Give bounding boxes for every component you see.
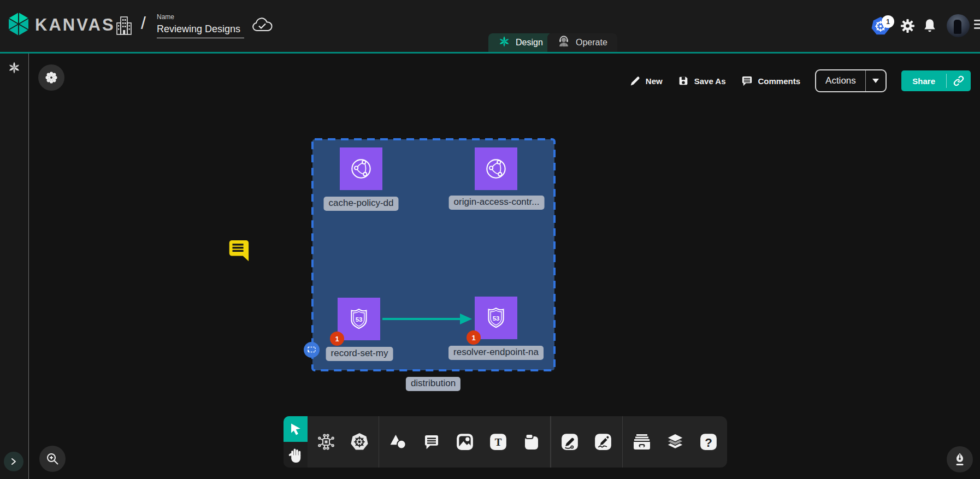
avatar-figure [954,20,961,34]
pen-path-icon [560,433,579,451]
shapes-tool-button[interactable] [381,416,415,468]
kanvas-hexagon-icon [8,12,29,38]
pointer-tools-column [284,416,308,468]
save-as-button-label: Save As [694,76,726,86]
pen-nib-icon [953,452,966,466]
text-tool-button[interactable]: T [481,416,515,468]
tab-design-label: Design [516,38,543,48]
menu-icon[interactable] [974,20,980,31]
node-record-set[interactable]: 53 [338,298,380,340]
app-title: KANVAS [35,15,115,35]
caret-down-icon [872,79,879,83]
circuit-chip-icon [316,432,336,452]
help-tool-button[interactable]: ? [692,416,725,468]
comments-button-label: Comments [758,76,801,86]
kubernetes-tool-button[interactable] [343,416,376,468]
flower-icon [44,70,58,85]
copy-link-button[interactable] [947,70,971,91]
share-split-button: Share [901,70,971,91]
header-accent-divider [0,52,980,54]
save-as-button[interactable]: Save As [677,75,726,87]
route53-shield-icon: 53 [482,304,510,332]
link-icon [953,75,965,87]
pencil-draw-tool-button[interactable] [587,416,620,468]
actions-dropdown-button[interactable] [866,70,885,91]
share-button[interactable]: Share [901,70,946,91]
components-tool-button[interactable] [310,416,343,468]
svg-text:53: 53 [493,315,500,322]
name-field-label: Name [157,13,244,21]
shapes-icon [389,433,408,451]
image-icon [456,433,474,451]
layers-icon [665,432,685,452]
zoom-in-button[interactable] [39,446,66,472]
cursor-arrow-icon [287,421,304,437]
comments-button[interactable]: Comments [741,75,801,87]
marquee-rect-icon [307,346,317,354]
help-icon: ? [699,433,718,451]
kanvas-logo[interactable]: KANVAS [8,12,115,38]
breadcrumb-separator: / [141,13,146,33]
text-icon: T [489,433,507,451]
organization-icon[interactable] [115,15,133,36]
expand-sidebar-button[interactable] [4,452,23,471]
node-origin-access-control[interactable] [475,147,517,190]
error-badge-resolver-endpoint[interactable]: 1 [467,330,481,345]
tab-operate-label: Operate [576,38,607,48]
actions-button[interactable]: Actions [816,70,865,91]
node-label-origin-access-control[interactable]: origin-access-contr... [449,196,545,210]
svg-text:T: T [494,436,501,448]
pencil-new-icon [629,75,641,87]
node-label-record-set[interactable]: record-set-my [326,347,393,361]
kubernetes-helm-icon [350,432,369,452]
cloudfront-globe-icon [347,155,375,182]
user-avatar[interactable] [947,14,970,37]
group-distribution[interactable]: cache-policy-dd origin-access-contr... 5… [311,138,556,371]
pan-tool-button[interactable] [284,442,308,468]
pencil-scribble-icon [594,433,612,451]
svg-text:53: 53 [356,316,363,323]
hand-icon [288,447,303,463]
components-dock-button[interactable] [38,64,64,91]
design-name-input[interactable] [157,22,244,38]
node-label-resolver-endpoint[interactable]: resolver-endpoint-na [448,346,544,360]
canvas-comment-marker[interactable] [226,238,250,267]
tab-design[interactable]: Design [488,33,553,52]
pen-tool-button[interactable] [553,416,587,468]
meshery-pinwheel-icon[interactable] [8,61,21,76]
app-header: KANVAS / Name [0,0,980,52]
error-badge-record-set[interactable]: 1 [330,332,344,346]
drawer-tool-button[interactable] [625,416,658,468]
new-button-label: New [646,76,663,86]
notifications-bell-icon[interactable] [923,18,937,33]
settings-gear-icon[interactable] [900,19,915,33]
actions-split-button: Actions [815,69,887,92]
cloudfront-globe-icon [482,155,510,182]
route53-shield-icon: 53 [345,305,373,333]
select-tool-button[interactable] [284,416,308,442]
sticky-note-icon [522,433,541,451]
chevron-right-icon [10,458,17,465]
kubernetes-context-count-badge: 1 [882,15,894,28]
group-selection-handle[interactable] [304,342,320,358]
cloud-sync-icon[interactable] [251,17,273,34]
comment-tool-button[interactable] [415,416,448,468]
left-sidebar [0,54,29,479]
toolbar-body: T [308,416,728,468]
comments-icon [741,75,753,87]
node-cache-policy[interactable] [340,147,382,190]
drawer-archive-icon [632,433,652,451]
design-name-field: Name [157,13,244,38]
group-label-distribution[interactable]: distribution [406,377,461,391]
tab-operate[interactable]: Operate [547,33,617,52]
save-floppy-icon [677,75,689,87]
node-resolver-endpoint[interactable]: 53 [475,297,517,339]
freehand-pen-button[interactable] [947,446,973,472]
comment-bubble-icon [226,238,250,264]
layers-tool-button[interactable] [658,416,692,468]
image-tool-button[interactable] [448,416,481,468]
node-label-cache-policy[interactable]: cache-policy-dd [323,197,398,211]
sticky-note-tool-button[interactable] [515,416,548,468]
design-swirl-icon [498,36,510,50]
new-button[interactable]: New [629,75,663,87]
